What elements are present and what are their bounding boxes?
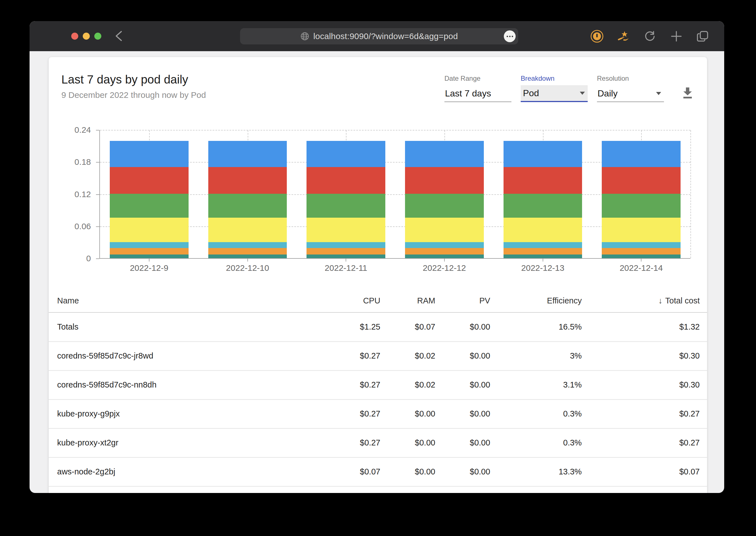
column-header-total-cost[interactable]: ↓Total cost [583, 289, 707, 313]
blue-segment[interactable] [405, 141, 484, 167]
orange-segment[interactable] [306, 248, 385, 254]
column-header-cpu[interactable]: CPU [327, 289, 381, 313]
table-row-kube-proxy-xt2gr[interactable]: kube-proxy-xt2gr$0.27$0.00$0.000.3%$0.27 [49, 428, 707, 457]
zoom-window-button[interactable] [94, 33, 101, 40]
orange-segment[interactable] [405, 248, 484, 254]
reload-button[interactable] [643, 29, 657, 43]
stacked-bar-2022-12-9[interactable] [110, 130, 189, 258]
red-segment[interactable] [602, 167, 681, 194]
download-icon [681, 86, 694, 99]
date-range-input[interactable]: Last 7 days [445, 85, 511, 102]
teal-segment[interactable] [405, 254, 484, 258]
x-axis-label: 2022-12-12 [423, 263, 466, 273]
blue-segment[interactable] [110, 141, 189, 167]
cyan-segment[interactable] [602, 242, 681, 248]
table-row-aws-node-2g2bj[interactable]: aws-node-2g2bj$0.07$0.00$0.0013.3%$0.07 [49, 457, 707, 486]
column-header-pv[interactable]: PV [436, 289, 491, 313]
date-range-value: Last 7 days [445, 88, 491, 99]
teal-segment[interactable] [208, 254, 287, 258]
cyan-segment[interactable] [405, 242, 484, 248]
yellow-segment[interactable] [110, 218, 189, 242]
cell-pv: $0.00 [436, 399, 491, 428]
y-tick [96, 258, 99, 259]
bar-slot-2022-12-13 [494, 130, 592, 258]
y-tick [96, 162, 99, 162]
teal-segment[interactable] [306, 254, 385, 258]
stacked-bar-2022-12-10[interactable] [208, 130, 287, 258]
yellow-segment[interactable] [602, 218, 681, 242]
cyan-segment[interactable] [110, 242, 189, 248]
stacked-bar-2022-12-13[interactable] [504, 130, 582, 258]
red-segment[interactable] [504, 167, 582, 194]
red-segment[interactable] [306, 167, 385, 194]
green-segment[interactable] [208, 194, 287, 218]
bar-slot-2022-12-11 [297, 130, 395, 258]
stacked-bar-2022-12-14[interactable] [602, 130, 681, 258]
bar-slot-2022-12-12 [395, 130, 494, 258]
green-segment[interactable] [110, 194, 189, 218]
column-header-efficiency[interactable]: Efficiency [491, 289, 583, 313]
back-button[interactable] [114, 30, 124, 42]
y-axis-label: 0 [49, 254, 91, 263]
chart-plot: 2022-12-92022-12-102022-12-112022-12-122… [99, 130, 690, 259]
blue-segment[interactable] [208, 141, 287, 167]
cyan-segment[interactable] [504, 242, 582, 248]
y-tick [96, 226, 99, 227]
cell-cpu: $0.27 [327, 428, 381, 457]
cell-ram: $0.02 [381, 341, 436, 370]
new-tab-button[interactable] [669, 29, 683, 43]
download-button[interactable] [681, 86, 694, 99]
column-header-ram[interactable]: RAM [381, 289, 436, 313]
yellow-segment[interactable] [405, 218, 484, 242]
blue-segment[interactable] [306, 141, 385, 167]
red-segment[interactable] [208, 167, 287, 194]
x-axis-label: 2022-12-9 [130, 263, 168, 273]
tab-overview-button[interactable] [696, 29, 709, 43]
red-segment[interactable] [110, 167, 189, 194]
stacked-bar-2022-12-11[interactable] [306, 130, 385, 258]
table-row-coredns-59f85d7c9c-jr8wd[interactable]: coredns-59f85d7c9c-jr8wd$0.27$0.02$0.003… [49, 341, 707, 370]
y-axis-label: 0.12 [49, 189, 91, 199]
ellipsis-icon[interactable] [504, 30, 516, 42]
breakdown-select[interactable]: Pod [521, 85, 588, 102]
address-bar[interactable]: localhost:9090/?window=6d&agg=pod [240, 28, 518, 45]
orange-segment[interactable] [208, 248, 287, 254]
teal-segment[interactable] [602, 254, 681, 258]
red-segment[interactable] [405, 167, 484, 194]
orange-segment[interactable] [602, 248, 681, 254]
teal-segment[interactable] [110, 254, 189, 258]
green-segment[interactable] [602, 194, 681, 218]
cell-pv: $0.00 [436, 341, 491, 370]
green-segment[interactable] [306, 194, 385, 218]
stacked-bar-2022-12-12[interactable] [405, 130, 484, 258]
green-segment[interactable] [405, 194, 484, 218]
close-window-button[interactable] [71, 33, 78, 40]
cell-name: coredns-59f85d7c9c-nn8dh [49, 370, 327, 399]
wand-extension-button[interactable] [617, 29, 630, 43]
green-segment[interactable] [504, 194, 582, 218]
cyan-segment[interactable] [208, 242, 287, 248]
resolution-value: Daily [597, 88, 618, 99]
cell-ram: $0.00 [381, 457, 436, 486]
orange-segment[interactable] [110, 248, 189, 254]
yellow-segment[interactable] [208, 218, 287, 242]
teal-segment[interactable] [504, 254, 582, 258]
yellow-segment[interactable] [504, 218, 582, 242]
resolution-select[interactable]: Daily [597, 85, 664, 102]
y-tick [96, 194, 99, 195]
table-row-coredns-59f85d7c9c-nn8dh[interactable]: coredns-59f85d7c9c-nn8dh$0.27$0.02$0.003… [49, 370, 707, 399]
orange-segment[interactable] [504, 248, 582, 254]
minimize-window-button[interactable] [83, 33, 90, 40]
blue-segment[interactable] [602, 141, 681, 167]
table-header: NameCPURAMPVEfficiency↓Total cost [49, 289, 707, 313]
password-manager-icon [590, 29, 604, 43]
blue-segment[interactable] [504, 141, 582, 167]
password-manager-extension-button[interactable] [590, 29, 604, 43]
yellow-segment[interactable] [306, 218, 385, 242]
table-row-totals[interactable]: Totals$1.25$0.07$0.0016.5%$1.32 [49, 313, 707, 341]
report-card: Last 7 days by pod daily 9 December 2022… [49, 57, 707, 493]
table-row-kube-proxy-g9pjx[interactable]: kube-proxy-g9pjx$0.27$0.00$0.000.3%$0.27 [49, 399, 707, 428]
x-tick [149, 258, 150, 261]
cyan-segment[interactable] [306, 242, 385, 248]
column-header-name[interactable]: Name [49, 289, 327, 313]
